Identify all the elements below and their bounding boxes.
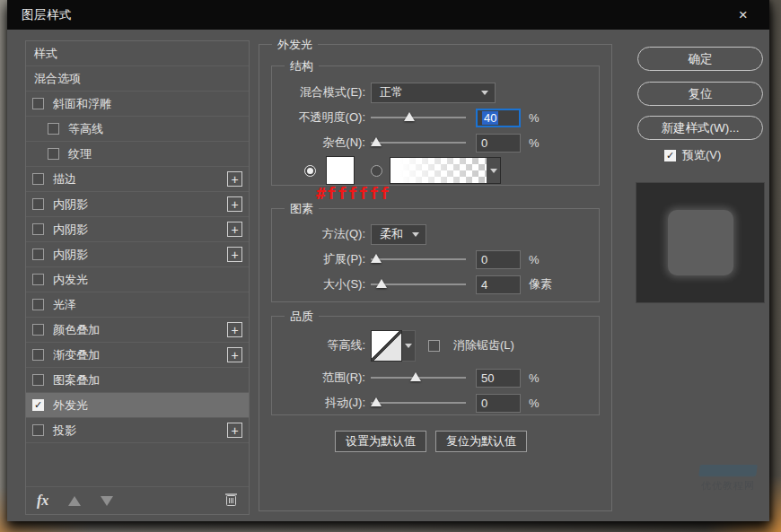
gradient-picker[interactable] [390,157,501,184]
range-unit: % [529,371,540,385]
glow-color-swatch[interactable] [326,156,355,185]
opacity-unit: % [529,111,540,125]
checkbox-icon[interactable] [32,299,44,310]
dialog-titlebar[interactable]: 图层样式 × [7,0,769,30]
sidebar-item-inner-shadow-2[interactable]: 内阴影 + [26,217,249,242]
dialog-title: 图层样式 [22,7,72,23]
contour-thumbnail[interactable] [371,330,402,362]
sidebar-item-texture[interactable]: 纹理 [26,142,249,167]
range-slider[interactable] [371,368,466,388]
sidebar-item-inner-shadow-1[interactable]: 内阴影 + [26,192,249,217]
checkbox-icon[interactable] [32,349,44,361]
jitter-slider[interactable] [371,393,466,413]
slider-track [371,258,466,260]
ok-button[interactable]: 确定 [637,47,763,71]
range-row: 范围(R): 50 % [272,365,599,390]
opacity-input[interactable]: 40 [476,109,521,127]
antialias-checkbox[interactable] [428,340,440,352]
sidebar-item-satin[interactable]: 光泽 [26,292,249,318]
spread-input[interactable]: 0 [476,250,521,269]
sidebar-item-pattern-overlay[interactable]: 图案叠加 [26,368,249,393]
checkbox-icon[interactable] [32,274,44,285]
checkbox-icon[interactable] [48,148,59,160]
size-unit: 像素 [529,276,552,292]
checkbox-icon[interactable] [32,223,44,235]
checkbox-icon[interactable] [32,374,44,386]
gradient-radio[interactable] [371,165,382,177]
dialog-actions: 确定 复位 新建样式(W)... ✓ 预览(V) [637,30,772,514]
checkbox-icon[interactable] [32,249,44,260]
slider-thumb[interactable] [371,137,382,146]
sidebar-item-color-overlay[interactable]: 颜色叠加 + [26,318,249,343]
noise-input[interactable]: 0 [476,134,521,153]
jitter-value: 0 [481,397,487,410]
sidebar-item-gradient-overlay[interactable]: 渐变叠加 + [26,343,249,368]
slider-thumb[interactable] [371,254,382,263]
blend-mode-select[interactable]: 正常 [371,83,496,103]
watermark-text: 优优教程网 [699,479,757,493]
slider-thumb[interactable] [376,279,387,288]
blend-mode-label: 混合模式(E): [272,84,365,100]
sidebar-item-stroke[interactable]: 描边 + [26,167,249,192]
move-up-icon[interactable] [68,496,81,506]
set-default-button[interactable]: 设置为默认值 [335,431,426,452]
preview-checkbox[interactable]: ✓ [664,150,676,161]
sidebar-item-outer-glow[interactable]: ✓ 外发光 [26,393,249,418]
delete-effect-icon[interactable] [224,492,238,510]
size-slider[interactable] [371,275,466,294]
checkbox-icon[interactable] [32,424,44,436]
reset-default-button[interactable]: 复位为默认值 [435,431,527,452]
sidebar-item-contour[interactable]: 等高线 [26,117,249,142]
chevron-down-icon [490,169,497,173]
new-style-button[interactable]: 新建样式(W)... [637,116,763,140]
slider-thumb[interactable] [371,397,382,406]
outer-glow-panel: 外发光 结构 混合模式(E): 正常 不透明度(O): [259,39,618,518]
blend-mode-value: 正常 [380,84,403,100]
size-input[interactable]: 4 [476,275,521,294]
sidebar-footer: fx [26,486,249,514]
plus-icon[interactable]: + [227,322,242,337]
sidebar-item-bevel-emboss[interactable]: 斜面和浮雕 [26,92,249,117]
contour-dropdown-button[interactable] [402,330,416,362]
gradient-dropdown-button[interactable] [487,158,500,183]
fx-menu-icon[interactable]: fx [37,493,48,508]
close-icon[interactable]: × [732,4,755,26]
checkbox-icon[interactable] [48,123,59,135]
move-down-icon[interactable] [101,496,113,506]
plus-icon[interactable]: + [227,423,242,438]
sidebar-item-inner-shadow-3[interactable]: 内阴影 + [26,242,249,267]
spread-slider[interactable] [371,249,466,269]
contour-picker[interactable] [371,330,416,362]
contour-row: 等高线: 消除锯齿(L) [272,326,599,365]
plus-icon[interactable]: + [227,347,242,362]
checkbox-icon[interactable] [32,173,44,185]
slider-thumb[interactable] [410,372,421,381]
sidebar-item-inner-glow[interactable]: 内发光 [26,267,249,292]
sidebar-item-drop-shadow[interactable]: 投影 + [26,418,249,443]
plus-icon[interactable]: + [227,196,242,212]
plus-icon[interactable]: + [227,222,242,237]
color-hex-annotation: #ffffff [316,184,390,203]
elements-legend: 图素 [285,201,319,217]
opacity-slider[interactable] [371,108,466,127]
plus-icon[interactable]: + [227,247,242,262]
technique-row: 方法(Q): 柔和 [272,222,599,247]
checkbox-icon[interactable] [32,324,44,336]
sidebar-item-blending-options[interactable]: 混合选项 [26,66,249,92]
reset-button[interactable]: 复位 [637,82,763,106]
checkbox-icon[interactable] [32,198,44,210]
range-input[interactable]: 50 [476,369,521,388]
checkbox-icon[interactable] [32,98,44,109]
checkbox-checked-icon[interactable]: ✓ [32,399,44,411]
panel-title: 外发光 [272,37,318,53]
plus-icon[interactable]: + [227,171,242,187]
slider-thumb[interactable] [404,112,415,121]
jitter-input[interactable]: 0 [476,394,521,413]
sidebar-item-styles[interactable]: 样式 [26,41,249,66]
desktop-background: 图层样式 × 样式 混合选项 斜面和浮雕 等高线 [0,0,781,532]
solid-color-radio[interactable] [304,165,316,177]
technique-select[interactable]: 柔和 [371,224,426,245]
dialog-body: 样式 混合选项 斜面和浮雕 等高线 纹理 [7,30,769,521]
quality-groupbox: 品质 等高线: 消除锯齿(L) 范围(R): [271,316,600,415]
noise-slider[interactable] [371,133,466,153]
